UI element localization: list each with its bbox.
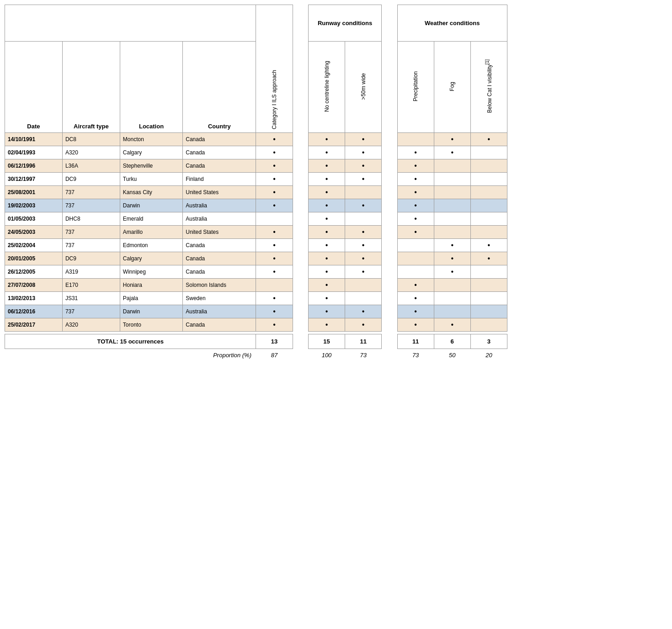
over50-cell: • — [345, 318, 382, 332]
fog-cell: • — [434, 133, 470, 146]
fog-cell — [434, 212, 470, 226]
table-row: 30/12/1997 DC9 Turku Finland • • • • — [5, 173, 507, 186]
aircraft-cell: DC8 — [62, 133, 120, 146]
date-cell: 20/01/2005 — [5, 252, 63, 265]
date-cell: 02/04/1993 — [5, 146, 63, 159]
col-header-below-cat: Below Cat I visibility[1] — [485, 59, 493, 113]
country-cell: Finland — [183, 173, 256, 186]
country-cell: Canada — [183, 159, 256, 173]
aircraft-cell: 737 — [62, 239, 120, 252]
over50-cell: • — [345, 226, 382, 239]
table-row: 01/05/2003 DHC8 Emerald Australia • • — [5, 212, 507, 226]
location-cell: Edmonton — [120, 239, 182, 252]
cat-ils-cell: • — [256, 186, 293, 199]
country-header: Country — [208, 123, 231, 130]
date-cell: 14/10/1991 — [5, 133, 63, 146]
no-centre-cell: • — [308, 133, 345, 146]
over50-cell: • — [345, 265, 382, 279]
location-cell: Moncton — [120, 133, 182, 146]
location-cell: Pajala — [120, 292, 182, 305]
no-centre-cell: • — [308, 186, 345, 199]
total-row: TOTAL: 15 occurrences 13 15 11 11 6 3 — [5, 334, 507, 349]
table-row: 27/07/2008 E170 Honiara Solomon Islands … — [5, 279, 507, 292]
location-cell: Toronto — [120, 318, 182, 332]
location-cell: Turku — [120, 173, 182, 186]
country-cell: United States — [183, 186, 256, 199]
table-row: 14/10/1991 DC8 Moncton Canada • • • • • — [5, 133, 507, 146]
table-row: 06/12/2016 737 Darwin Australia • • • • — [5, 305, 507, 318]
fog-cell: • — [434, 146, 470, 159]
cat-ils-cell: • — [256, 173, 293, 186]
precip-cell: • — [397, 146, 434, 159]
no-centre-cell: • — [308, 199, 345, 212]
cat-ils-cell: • — [256, 133, 293, 146]
total-below-cat: 3 — [487, 338, 491, 345]
cat-ils-cell — [256, 212, 293, 226]
location-cell: Darwin — [120, 199, 182, 212]
total-no-centre: 15 — [323, 338, 330, 345]
runway-conditions-header: Runway conditions — [308, 5, 381, 42]
table-row: 24/05/2003 737 Amarillo United States • … — [5, 226, 507, 239]
below-cat-cell — [470, 305, 507, 318]
date-cell: 27/07/2008 — [5, 279, 63, 292]
date-cell: 13/02/2013 — [5, 292, 63, 305]
country-cell: Canada — [183, 239, 256, 252]
over50-cell: • — [345, 199, 382, 212]
cat-ils-cell: • — [256, 252, 293, 265]
below-cat-cell — [470, 212, 507, 226]
over50-cell: • — [345, 133, 382, 146]
precip-cell: • — [397, 226, 434, 239]
fog-cell — [434, 226, 470, 239]
table-row: 19/02/2003 737 Darwin Australia • • • • — [5, 199, 507, 212]
col-header-over50m: >50m wide — [360, 73, 367, 100]
main-data-table: Category I ILS approach Runway condition… — [5, 5, 507, 361]
below-cat-cell — [470, 146, 507, 159]
country-cell: Australia — [183, 212, 256, 226]
aircraft-cell: A320 — [62, 318, 120, 332]
proportion-no-centre: 100 — [322, 352, 332, 359]
aircraft-cell: 737 — [62, 226, 120, 239]
cat-ils-cell: • — [256, 318, 293, 332]
below-cat-cell — [470, 173, 507, 186]
precip-cell — [397, 239, 434, 252]
table-row: 26/12/2005 A319 Winnipeg Canada • • • • — [5, 265, 507, 279]
aircraft-cell: JS31 — [62, 292, 120, 305]
table-row: 02/04/1993 A320 Calgary Canada • • • • • — [5, 146, 507, 159]
date-cell: 19/02/2003 — [5, 199, 63, 212]
aircraft-header: Aircraft type — [74, 123, 109, 130]
precip-cell: • — [397, 199, 434, 212]
date-cell: 30/12/1997 — [5, 173, 63, 186]
aircraft-cell: DHC8 — [62, 212, 120, 226]
fog-cell — [434, 199, 470, 212]
location-cell: Winnipeg — [120, 265, 182, 279]
date-cell: 06/12/1996 — [5, 159, 63, 173]
section-header-row: Category I ILS approach Runway condition… — [5, 5, 507, 42]
location-cell: Stephenville — [120, 159, 182, 173]
no-centre-cell: • — [308, 252, 345, 265]
over50-cell: • — [345, 173, 382, 186]
total-cat-ils: 13 — [271, 338, 277, 345]
fog-cell: • — [434, 252, 470, 265]
aircraft-cell: 737 — [62, 199, 120, 212]
date-cell: 25/02/2004 — [5, 239, 63, 252]
cat-ils-cell: • — [256, 146, 293, 159]
proportion-over50: 73 — [360, 352, 366, 359]
cat-ils-cell: • — [256, 159, 293, 173]
col-header-no-centreline: No centreline lighting — [324, 61, 330, 112]
location-cell: Amarillo — [120, 226, 182, 239]
over50-cell: • — [345, 146, 382, 159]
country-cell: Canada — [183, 252, 256, 265]
fog-cell — [434, 159, 470, 173]
no-centre-cell: • — [308, 239, 345, 252]
proportion-row: Proportion (%) 87 100 73 73 50 20 — [5, 349, 507, 362]
below-cat-cell — [470, 159, 507, 173]
country-cell: Sweden — [183, 292, 256, 305]
cat-ils-cell: • — [256, 239, 293, 252]
below-cat-cell — [470, 279, 507, 292]
fog-cell — [434, 305, 470, 318]
fog-cell — [434, 173, 470, 186]
precip-cell: • — [397, 212, 434, 226]
location-cell: Darwin — [120, 305, 182, 318]
table-row: 13/02/2013 JS31 Pajala Sweden • • • — [5, 292, 507, 305]
precip-cell: • — [397, 292, 434, 305]
